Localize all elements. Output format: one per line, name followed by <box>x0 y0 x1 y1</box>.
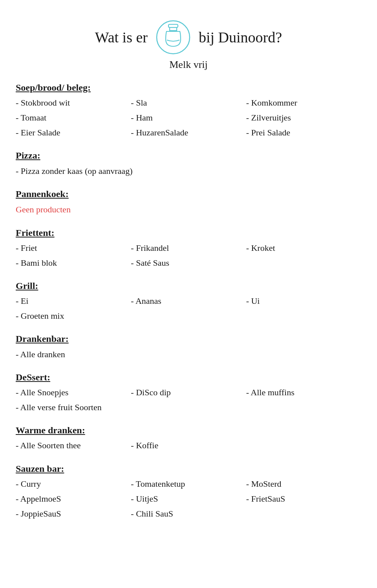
grill-col-3: - Ui <box>246 294 361 323</box>
soep-columns: - Stokbrood wit - Tomaat - Eier Salade -… <box>16 96 361 139</box>
header-title-left: Wat is er <box>95 29 148 46</box>
sauzen-item-2-3: - Chili SauS <box>131 507 246 520</box>
dessert-item-2-1: - DiSco dip <box>131 386 246 399</box>
dessert-col-2: - DiSco dip <box>131 386 246 414</box>
section-soep-title: Soep/brood/ beleg: <box>16 82 361 93</box>
warme-dranken-item-1-1: - Alle Soorten thee <box>16 439 131 452</box>
pannenkoek-content: Geen producten <box>16 203 361 216</box>
friettent-item-3-1: - Kroket <box>246 241 361 255</box>
dessert-item-1-1: - Alle Snoepjes <box>16 386 131 399</box>
section-drankenbar-title: Drankenbar: <box>16 334 361 344</box>
friettent-item-2-2: - Saté Saus <box>131 256 246 270</box>
page-header: Wat is er bij Duinoord? Melk vrij <box>16 12 361 71</box>
sauzen-columns: - Curry - AppelmoeS - JoppieSauS - Tomat… <box>16 477 361 520</box>
grill-item-1-2: - Groeten mix <box>16 309 131 323</box>
pizza-item-1: - Pizza zonder kaas (op aanvraag) <box>16 166 132 176</box>
section-grill-title: Grill: <box>16 281 361 291</box>
section-soep: Soep/brood/ beleg: - Stokbrood wit - Tom… <box>16 82 361 139</box>
grill-item-1-1: - Ei <box>16 294 131 308</box>
section-warme-dranken: Warme dranken: - Alle Soorten thee - Kof… <box>16 425 361 452</box>
dessert-item-1-2: - Alle verse fruit Soorten <box>16 401 131 414</box>
soep-item-1-3: - Eier Salade <box>16 126 131 139</box>
soep-item-2-1: - Sla <box>131 96 246 110</box>
pizza-content: - Pizza zonder kaas (op aanvraag) <box>16 164 361 178</box>
sauzen-col-1: - Curry - AppelmoeS - JoppieSauS <box>16 477 131 520</box>
soep-item-1-2: - Tomaat <box>16 111 131 124</box>
soep-col-3: - Komkommer - Zilveruitjes - Prei Salade <box>246 96 361 139</box>
section-pannenkoek: Pannenkoek: Geen producten <box>16 189 361 216</box>
grill-columns: - Ei - Groeten mix - Ananas - Ui <box>16 294 361 323</box>
sauzen-item-1-2: - AppelmoeS <box>16 492 131 506</box>
header-title-row: Wat is er bij Duinoord? <box>16 20 361 55</box>
section-sauzen: Sauzen bar: - Curry - AppelmoeS - Joppie… <box>16 464 361 520</box>
warme-dranken-columns: - Alle Soorten thee - Koffie <box>16 439 361 452</box>
soep-col-2: - Sla - Ham - HuzarenSalade <box>131 96 246 139</box>
grill-item-3-1: - Ui <box>246 294 361 308</box>
warme-dranken-item-2-1: - Koffie <box>131 439 246 452</box>
soep-item-1-1: - Stokbrood wit <box>16 96 131 110</box>
section-dessert: DeSsert: - Alle Snoepjes - Alle verse fr… <box>16 372 361 414</box>
warme-dranken-col-1: - Alle Soorten thee <box>16 439 131 452</box>
drankenbar-content: - Alle dranken <box>16 347 361 361</box>
section-pannenkoek-title: Pannenkoek: <box>16 189 361 199</box>
grill-col-2: - Ananas <box>131 294 246 323</box>
geen-producten-label: Geen producten <box>16 205 71 214</box>
section-grill: Grill: - Ei - Groeten mix - Ananas - Ui <box>16 281 361 323</box>
milk-free-label: Melk vrij <box>16 59 361 71</box>
section-drankenbar: Drankenbar: - Alle dranken <box>16 334 361 361</box>
friettent-col-3: - Kroket <box>246 241 361 270</box>
friettent-item-2-1: - Frikandel <box>131 241 246 255</box>
soep-item-3-3: - Prei Salade <box>246 126 361 139</box>
soep-col-1: - Stokbrood wit - Tomaat - Eier Salade <box>16 96 131 139</box>
soep-item-2-2: - Ham <box>131 111 246 124</box>
grill-item-2-1: - Ananas <box>131 294 246 308</box>
header-title-right: bij Duinoord? <box>199 29 282 46</box>
section-dessert-title: DeSsert: <box>16 372 361 383</box>
friettent-item-1-2: - Bami blok <box>16 256 131 270</box>
section-pizza-title: Pizza: <box>16 150 361 161</box>
sauzen-item-2-1: - Tomatenketup <box>131 477 246 491</box>
soep-item-2-3: - HuzarenSalade <box>131 126 246 139</box>
friettent-columns: - Friet - Bami blok - Frikandel - Saté S… <box>16 241 361 270</box>
sauzen-col-2: - Tomatenketup - UitjeS - Chili SauS <box>131 477 246 520</box>
grill-col-1: - Ei - Groeten mix <box>16 294 131 323</box>
dessert-col-3: - Alle muffins <box>246 386 361 414</box>
sauzen-item-1-1: - Curry <box>16 477 131 491</box>
dessert-item-3-1: - Alle muffins <box>246 386 361 399</box>
sauzen-item-3-2: - FrietSauS <box>246 492 361 506</box>
friettent-col-1: - Friet - Bami blok <box>16 241 131 270</box>
section-warme-dranken-title: Warme dranken: <box>16 425 361 436</box>
sauzen-col-3: - MoSterd - FrietSauS <box>246 477 361 520</box>
warme-dranken-col-3 <box>246 439 361 452</box>
drankenbar-item-1: - Alle dranken <box>16 349 65 359</box>
sauzen-item-2-2: - UitjeS <box>131 492 246 506</box>
sauzen-item-3-1: - MoSterd <box>246 477 361 491</box>
dessert-columns: - Alle Snoepjes - Alle verse fruit Soort… <box>16 386 361 414</box>
milk-bottle-icon <box>156 20 191 55</box>
sauzen-item-1-3: - JoppieSauS <box>16 507 131 520</box>
section-friettent-title: Friettent: <box>16 228 361 238</box>
soep-item-3-1: - Komkommer <box>246 96 361 110</box>
warme-dranken-col-2: - Koffie <box>131 439 246 452</box>
dessert-col-1: - Alle Snoepjes - Alle verse fruit Soort… <box>16 386 131 414</box>
svg-point-0 <box>157 21 190 54</box>
soep-item-3-2: - Zilveruitjes <box>246 111 361 124</box>
section-pizza: Pizza: - Pizza zonder kaas (op aanvraag) <box>16 150 361 178</box>
friettent-item-1-1: - Friet <box>16 241 131 255</box>
friettent-col-2: - Frikandel - Saté Saus <box>131 241 246 270</box>
section-friettent: Friettent: - Friet - Bami blok - Frikand… <box>16 228 361 270</box>
section-sauzen-title: Sauzen bar: <box>16 464 361 474</box>
